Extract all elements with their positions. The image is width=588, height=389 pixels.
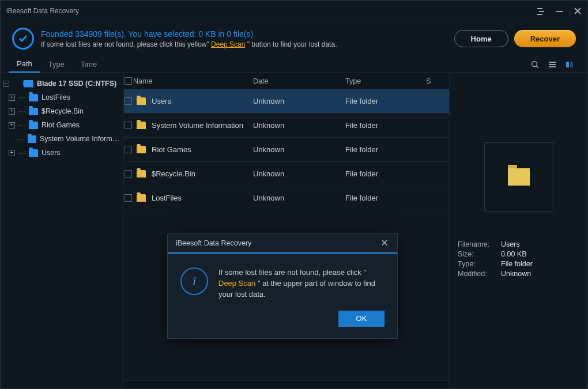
tree-item[interactable]: +⋯$Recycle.Bin [1, 104, 123, 118]
row-name-text: LostFiles [152, 194, 182, 202]
titlebar: iBeesoft Data Recovery [1, 1, 587, 21]
deep-scan-link[interactable]: Deep Scan [211, 40, 245, 48]
collapse-icon[interactable]: − [3, 81, 9, 87]
folder-icon [29, 108, 38, 115]
sidebar: −· Blade 17 SSD (C:NTFS) +⋯LostFiles+⋯$R… [1, 73, 124, 388]
type-k: Type: [458, 260, 501, 268]
header-buttons: Home Recover [454, 30, 576, 47]
expand-icon[interactable]: + [9, 122, 15, 129]
tree-label: Users [42, 149, 61, 157]
table-row[interactable]: UsersUnknownFile folder [124, 89, 449, 114]
row-checkbox[interactable] [125, 194, 132, 202]
ok-button[interactable]: OK [338, 311, 385, 327]
expand-icon[interactable]: + [9, 150, 15, 156]
row-name-text: $Recycle.Bin [152, 169, 195, 178]
cell-date: Unknown [253, 145, 345, 154]
hint-line: If some lost files are not found, please… [41, 40, 337, 48]
dialog-text: If some lost files are not found, please… [218, 267, 385, 300]
col-date[interactable]: Date [253, 77, 345, 85]
row-checkbox[interactable] [125, 97, 132, 105]
expand-icon[interactable]: + [9, 108, 15, 115]
table-row[interactable]: LostFilesUnknownFile folder [124, 186, 449, 210]
cell-type: File folder [345, 194, 426, 202]
tab-path[interactable]: Path [9, 56, 40, 73]
dialog-body: i If some lost files are not found, plea… [168, 254, 397, 311]
dialog-title: iBeesoft Data Recovery [176, 239, 251, 247]
folder-icon [137, 122, 146, 129]
preview-thumb [484, 142, 553, 212]
folder-icon [137, 97, 146, 105]
filename-v: Users [501, 240, 520, 248]
select-all-checkbox[interactable] [125, 77, 132, 85]
header: Founded 334909 file(s). You have selecte… [1, 21, 587, 56]
home-button[interactable]: Home [454, 30, 508, 47]
tree-item[interactable]: +⋯Riot Games [1, 118, 123, 132]
search-icon[interactable] [531, 61, 539, 69]
tab-bar: Path Type Time [1, 56, 587, 73]
minimize-icon[interactable] [555, 7, 563, 15]
tree-dots: ⋯ [17, 93, 25, 102]
col-size[interactable]: S [426, 77, 449, 85]
check-circle-icon [12, 28, 34, 50]
tree-drive[interactable]: −· Blade 17 SSD (C:NTFS) [1, 77, 123, 90]
info-icon: i [180, 267, 208, 295]
recover-button[interactable]: Recover [514, 30, 576, 47]
cell-name: System Volume Information [132, 121, 253, 130]
col-type[interactable]: Type [345, 77, 426, 85]
modified-k: Modified: [458, 270, 501, 278]
modified-v: Unknown [501, 270, 531, 278]
folder-icon [137, 146, 146, 153]
col-name[interactable]: Name [132, 77, 253, 85]
table-row[interactable]: $Recycle.BinUnknownFile folder [124, 162, 449, 186]
tree-dots: ⋯ [17, 107, 25, 116]
svg-rect-9 [570, 62, 573, 67]
disk-icon [23, 80, 33, 88]
tree-item[interactable]: +⋯Users [1, 146, 123, 160]
svg-rect-1 [539, 11, 544, 12]
tab-time[interactable]: Time [73, 56, 105, 73]
view-icons [531, 56, 579, 73]
hint-a: If some lost files are not found, please… [41, 40, 211, 48]
tree-dots: ⋯ [17, 121, 25, 130]
main-hscroll[interactable] [124, 380, 449, 388]
grid-header: Name Date Type S [124, 73, 449, 89]
cell-date: Unknown [253, 169, 345, 178]
row-name-text: System Volume Information [152, 121, 243, 130]
table-row[interactable]: System Volume InformationUnknownFile fol… [124, 114, 449, 138]
dialog-footer: OK [168, 311, 397, 338]
cell-name: Users [132, 97, 253, 105]
dialog-deep-scan: Deep Scan [218, 279, 255, 288]
dialog-close-icon[interactable] [381, 239, 389, 247]
folder-icon [137, 194, 146, 202]
tab-type[interactable]: Type [40, 56, 73, 73]
table-row[interactable]: Riot GamesUnknownFile folder [124, 138, 449, 162]
row-checkbox[interactable] [125, 146, 132, 153]
preview-toggle-icon[interactable] [566, 61, 574, 69]
row-checkbox[interactable] [125, 170, 132, 177]
cell-name: Riot Games [132, 145, 253, 154]
dialog-text-a: If some lost files are not found, please… [218, 268, 366, 277]
folder-icon [29, 122, 38, 129]
svg-rect-5 [549, 62, 556, 63]
header-left: Founded 334909 file(s). You have selecte… [12, 28, 337, 50]
row-checkbox[interactable] [125, 122, 132, 129]
cell-type: File folder [345, 169, 426, 178]
info-dialog: iBeesoft Data Recovery i If some lost fi… [167, 233, 398, 339]
row-name-text: Users [152, 97, 171, 105]
expand-icon[interactable]: + [9, 95, 15, 101]
tree-label: $Recycle.Bin [42, 107, 84, 115]
svg-rect-6 [549, 64, 556, 65]
cell-name: LostFiles [132, 194, 253, 202]
svg-rect-0 [537, 8, 542, 9]
folder-icon [508, 168, 530, 186]
list-view-icon[interactable] [548, 61, 556, 69]
folder-icon [28, 135, 36, 143]
settings-icon[interactable] [537, 7, 545, 15]
tree-item[interactable]: ⋯System Volume Information [1, 132, 123, 146]
svg-rect-2 [537, 14, 542, 15]
cell-type: File folder [345, 97, 426, 105]
tree-item[interactable]: +⋯LostFiles [1, 90, 123, 104]
cell-date: Unknown [253, 194, 345, 202]
header-text: Founded 334909 file(s). You have selecte… [41, 29, 337, 48]
close-icon[interactable] [574, 7, 582, 15]
